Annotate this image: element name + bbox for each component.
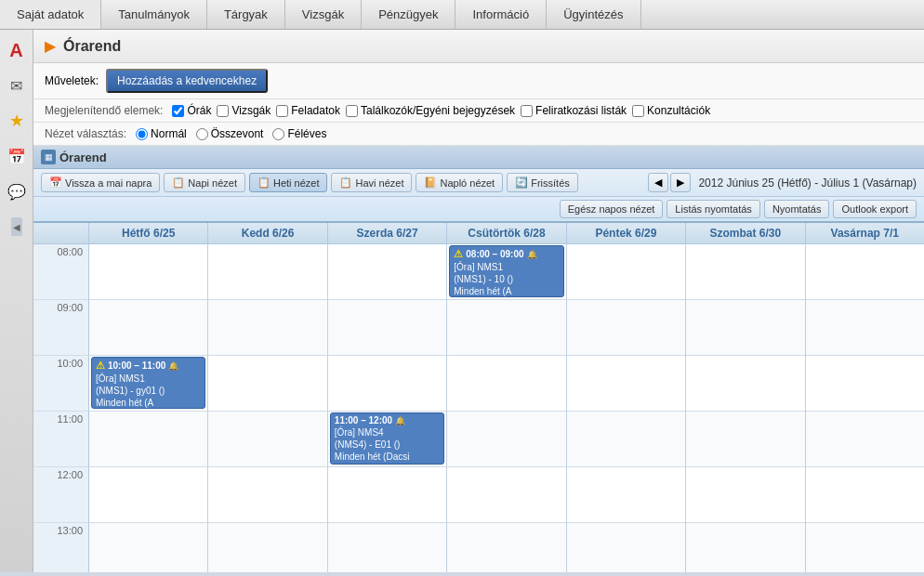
hour-wed-12[interactable]: [328, 467, 446, 523]
checkbox-vizsgak-input[interactable]: [217, 105, 229, 117]
hour-sun-11[interactable]: [806, 412, 924, 467]
hour-tue-09[interactable]: [208, 300, 326, 356]
btn-print-label: Nyomtatás: [772, 203, 822, 215]
nav-targyak[interactable]: Tárgyak: [207, 0, 285, 29]
display-items-bar: Megjelenítendő elemek: Órák Vizsgák Fela…: [33, 99, 924, 123]
checkbox-talalkezok-label: Találkozók/Egyéni bejegyzések: [361, 104, 515, 117]
hour-fri-11[interactable]: [567, 412, 685, 467]
btn-outlook[interactable]: Outlook export: [833, 200, 917, 218]
hour-sat-13[interactable]: [686, 523, 804, 572]
hour-fri-08[interactable]: [567, 244, 685, 300]
checkbox-feliratkozasi-input[interactable]: [521, 105, 533, 117]
hour-wed-10[interactable]: [328, 356, 446, 412]
hour-thu-08[interactable]: ⚠ 08:00 – 09:00 🔔 [Óra] NMS1(NMS1) - 10 …: [447, 244, 565, 300]
nav-ugyintezs[interactable]: Ügyintézés: [547, 0, 640, 29]
btn-day-view[interactable]: 📋 Napi nézet: [164, 173, 245, 192]
checkbox-vizsgak[interactable]: Vizsgák: [217, 104, 271, 117]
hour-fri-12[interactable]: [567, 467, 685, 523]
nav-penzugyek[interactable]: Pénzügyek: [362, 0, 455, 29]
day-header-sun: Vasárnap 7/1: [806, 223, 924, 243]
hour-thu-09[interactable]: [447, 300, 565, 356]
radio-normal[interactable]: Normál: [136, 127, 187, 140]
radio-osszevont-input[interactable]: [196, 128, 208, 140]
nav-sajat-adatok[interactable]: Saját adatok: [0, 0, 101, 29]
hour-tue-13[interactable]: [208, 523, 326, 572]
event-ev1[interactable]: ⚠ 08:00 – 09:00 🔔 [Óra] NMS1(NMS1) - 10 …: [449, 245, 563, 297]
btn-month-label: Havi nézet: [355, 177, 403, 189]
hour-thu-12[interactable]: [447, 467, 565, 523]
checkbox-feladatok-input[interactable]: [276, 105, 288, 117]
hour-thu-10[interactable]: [447, 356, 565, 412]
hour-mon-13[interactable]: [89, 523, 207, 572]
day-col-thu: ⚠ 08:00 – 09:00 🔔 [Óra] NMS1(NMS1) - 10 …: [447, 244, 566, 572]
checkbox-konzultaciok[interactable]: Konzultációk: [632, 104, 710, 117]
hour-sat-08[interactable]: [686, 244, 804, 300]
sidebar-collapse-btn[interactable]: ◀: [11, 217, 22, 236]
radio-feleves[interactable]: Féléves: [272, 127, 326, 140]
hour-sun-13[interactable]: [806, 523, 924, 572]
operations-label: Műveletek:: [45, 74, 99, 87]
btn-outlook-label: Outlook export: [841, 203, 908, 215]
next-week-btn[interactable]: ▶: [670, 173, 691, 192]
radio-osszevont[interactable]: Összevont: [196, 127, 264, 140]
add-to-favorites-button[interactable]: Hozzáadás a kedvencekhez: [106, 69, 268, 93]
sidebar-icon-mail[interactable]: ✉: [4, 72, 30, 98]
hour-mon-10[interactable]: ⚠ 10:00 – 11:00 🔔 [Óra] NMS1(NMS1) - gy0…: [89, 356, 207, 412]
radio-normal-input[interactable]: [136, 128, 148, 140]
hour-tue-08[interactable]: [208, 244, 326, 300]
sidebar-icon-chat[interactable]: 💬: [4, 178, 30, 204]
event-ev3[interactable]: 11:00 – 12:00 🔔 [Óra] NMS4(NMS4) - E01 (…: [330, 412, 444, 465]
btn-journal-view[interactable]: 📔 Napló nézet: [416, 173, 503, 192]
hour-mon-11[interactable]: [89, 412, 207, 467]
sidebar-icon-calendar[interactable]: 📅: [4, 143, 30, 169]
hour-mon-09[interactable]: [89, 300, 207, 356]
hour-thu-13[interactable]: [447, 523, 565, 572]
checkbox-talalkezok[interactable]: Találkozók/Egyéni bejegyzések: [346, 104, 515, 117]
hour-sat-12[interactable]: [686, 467, 804, 523]
hour-thu-11[interactable]: [447, 412, 565, 467]
hour-fri-13[interactable]: [567, 523, 685, 572]
btn-week-view[interactable]: 📋 Heti nézet: [249, 173, 328, 192]
checkbox-orak[interactable]: Órák: [172, 104, 211, 117]
btn-refresh[interactable]: 🔄 Frissítés: [507, 173, 578, 192]
nav-tanulmanyok[interactable]: Tanulmányok: [101, 0, 207, 29]
hour-tue-11[interactable]: [208, 412, 326, 467]
nav-vizsgak[interactable]: Vizsgák: [285, 0, 362, 29]
btn-print-list[interactable]: Listás nyomtatás: [667, 200, 760, 218]
checkbox-talalkezok-input[interactable]: [346, 105, 358, 117]
hour-sun-10[interactable]: [806, 356, 924, 412]
hour-sun-08[interactable]: [806, 244, 924, 300]
hour-wed-09[interactable]: [328, 300, 446, 356]
sidebar-icon-star[interactable]: ★: [4, 108, 30, 134]
hour-sat-10[interactable]: [686, 356, 804, 412]
hour-sun-09[interactable]: [806, 300, 924, 356]
btn-fullday[interactable]: Egész napos nézet: [560, 200, 664, 218]
checkbox-konzultaciok-input[interactable]: [632, 105, 644, 117]
checkbox-orak-input[interactable]: [172, 105, 184, 117]
checkbox-feladatok[interactable]: Feladatok: [276, 104, 340, 117]
checkbox-feliratkozasi[interactable]: Feliratkozási listák: [521, 104, 627, 117]
hour-fri-09[interactable]: [567, 300, 685, 356]
hour-mon-08[interactable]: [89, 244, 207, 300]
hour-mon-12[interactable]: [89, 467, 207, 523]
btn-today[interactable]: 📅 Vissza a mai napra: [41, 173, 160, 192]
hour-tue-12[interactable]: [208, 467, 326, 523]
hour-wed-13[interactable]: [328, 523, 446, 572]
sidebar-icon-user[interactable]: A: [4, 37, 30, 63]
btn-day-label: Napi nézet: [188, 177, 237, 189]
today-icon: 📅: [49, 177, 62, 189]
hour-fri-10[interactable]: [567, 356, 685, 412]
event-ev2[interactable]: ⚠ 10:00 – 11:00 🔔 [Óra] NMS1(NMS1) - gy0…: [91, 357, 205, 409]
prev-week-btn[interactable]: ◀: [648, 173, 668, 192]
hour-tue-10[interactable]: [208, 356, 326, 412]
radio-feleves-input[interactable]: [272, 128, 284, 140]
hour-wed-11[interactable]: 11:00 – 12:00 🔔 [Óra] NMS4(NMS4) - E01 (…: [328, 412, 446, 467]
hour-sun-12[interactable]: [806, 467, 924, 523]
btn-print[interactable]: Nyomtatás: [764, 200, 830, 218]
nav-informacio[interactable]: Információ: [455, 0, 547, 29]
hour-sat-11[interactable]: [686, 412, 804, 467]
btn-month-view[interactable]: 📋 Havi nézet: [331, 173, 412, 192]
day-header-mon: Hétfő 6/25: [89, 223, 208, 243]
hour-wed-08[interactable]: [328, 244, 446, 300]
hour-sat-09[interactable]: [686, 300, 804, 356]
